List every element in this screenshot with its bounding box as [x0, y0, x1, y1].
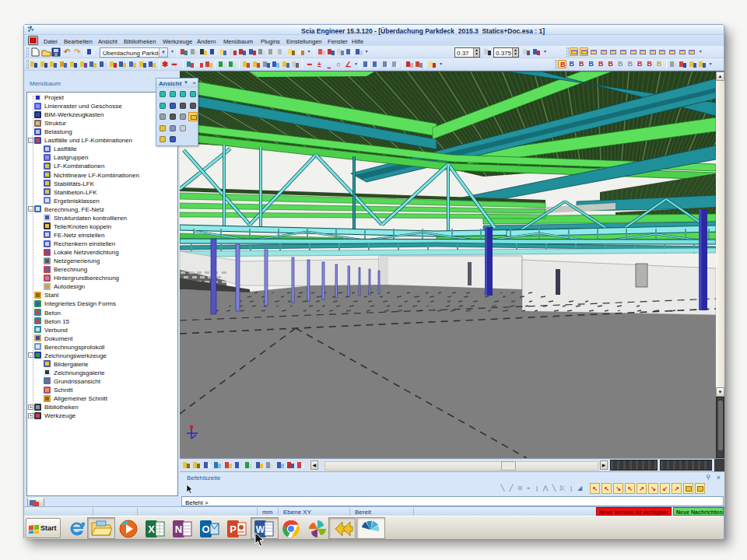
svg-text:O: O: [202, 523, 209, 535]
svg-text:N: N: [175, 523, 182, 535]
svg-text:X: X: [148, 523, 155, 535]
svg-text:P: P: [230, 523, 237, 535]
